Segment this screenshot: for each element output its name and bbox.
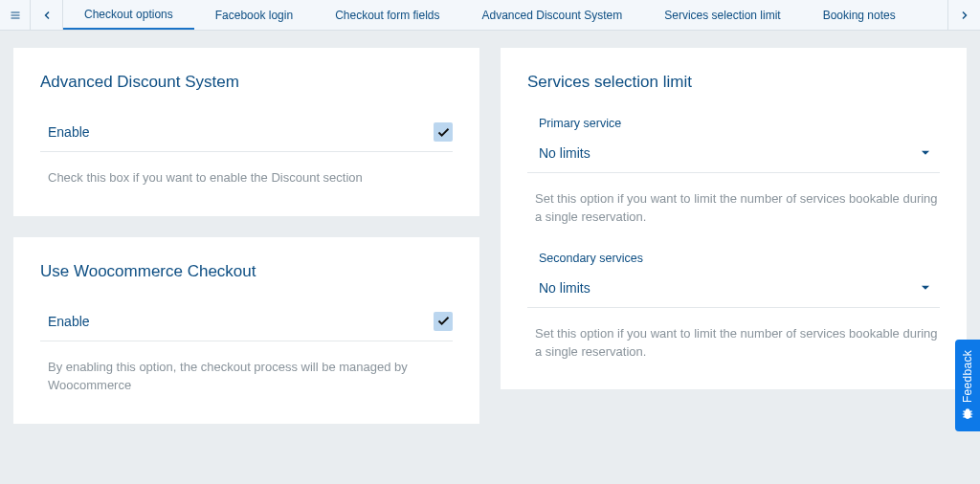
feedback-label: Feedback <box>961 350 974 403</box>
enable-label: Enable <box>48 314 90 329</box>
field-help-text: By enabling this option, the checkout pr… <box>40 359 453 395</box>
primary-service-select[interactable]: No limits <box>527 138 940 173</box>
enable-checkbox[interactable] <box>434 122 453 142</box>
chevron-down-icon <box>919 281 932 295</box>
left-column: Advanced Discount System Enable Check th… <box>13 48 479 424</box>
tabs-next-button[interactable] <box>947 0 980 30</box>
select-value: No limits <box>539 145 590 161</box>
primary-service-label: Primary service <box>527 117 940 130</box>
select-value: No limits <box>539 280 590 296</box>
enable-checkbox[interactable] <box>434 312 453 331</box>
chevron-down-icon <box>919 146 932 160</box>
checkmark-icon <box>436 314 451 328</box>
secondary-services-select[interactable]: No limits <box>527 273 940 308</box>
enable-field-row[interactable]: Enable <box>40 306 453 341</box>
tabs-prev-button[interactable] <box>31 0 63 30</box>
top-tab-bar: Checkout options Facebook login Checkout… <box>0 0 980 31</box>
tab-services-selection-limit[interactable]: Services selection limit <box>643 0 801 30</box>
card-title: Advanced Discount System <box>40 73 453 92</box>
bug-icon <box>961 407 974 421</box>
tab-advanced-discount-system[interactable]: Advanced Discount System <box>461 0 644 30</box>
card-services-selection-limit: Services selection limit Primary service… <box>501 48 967 389</box>
card-advanced-discount-system: Advanced Discount System Enable Check th… <box>13 48 479 216</box>
feedback-button[interactable]: Feedback <box>955 340 980 431</box>
primary-service-group: Primary service No limits Set this optio… <box>527 117 940 227</box>
tab-checkout-options[interactable]: Checkout options <box>63 0 194 30</box>
card-title: Use Woocommerce Checkout <box>40 262 453 281</box>
card-title: Services selection limit <box>527 73 940 92</box>
right-column: Services selection limit Primary service… <box>501 48 967 424</box>
secondary-services-label: Secondary services <box>527 252 940 265</box>
field-help-text: Check this box if you want to enable the… <box>40 169 453 187</box>
tab-facebook-login[interactable]: Facebook login <box>194 0 314 30</box>
tab-checkout-form-fields[interactable]: Checkout form fields <box>314 0 460 30</box>
field-help-text: Set this option if you want to limit the… <box>527 190 940 227</box>
tab-booking-notes[interactable]: Booking notes <box>802 0 917 30</box>
field-help-text: Set this option if you want to limit the… <box>527 325 940 362</box>
card-woocommerce-checkout: Use Woocommerce Checkout Enable By enabl… <box>13 237 479 424</box>
checkmark-icon <box>436 125 451 140</box>
hamburger-menu-icon[interactable] <box>0 0 31 30</box>
content-area: Advanced Discount System Enable Check th… <box>0 31 980 441</box>
enable-label: Enable <box>48 124 90 140</box>
secondary-services-group: Secondary services No limits Set this op… <box>527 252 940 362</box>
enable-field-row[interactable]: Enable <box>40 117 453 152</box>
